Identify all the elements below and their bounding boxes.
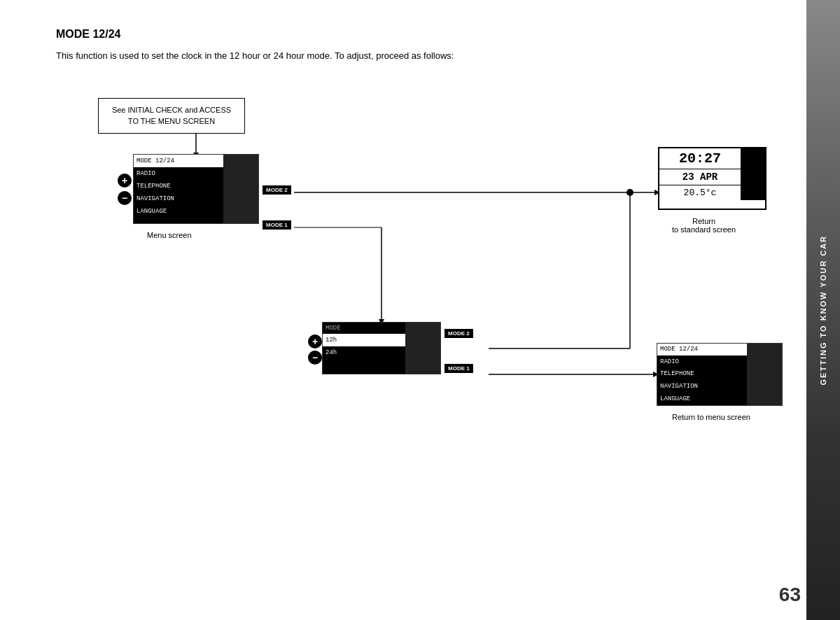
clock-date: 23 APR: [659, 169, 741, 185]
clock-screen: 20:27 23 APR 20.5°c: [658, 147, 766, 210]
menu-row-1: RADIO: [134, 167, 223, 180]
menu-row-4: LANGUAGE: [134, 205, 223, 218]
sidebar-text: GETTING TO KNOW YOUR CAR: [819, 235, 827, 385]
menu-return-row-2: TELEPHONE: [657, 368, 747, 381]
clock-time-block: [741, 148, 765, 169]
svg-point-3: [626, 189, 634, 196]
page-description: This function is used to set the clock i…: [56, 49, 771, 63]
menu-screen-right: [223, 155, 258, 223]
clock-date-row: 23 APR: [659, 169, 765, 185]
mode1-button-top[interactable]: MODE 1: [262, 220, 291, 230]
mode-select-left: MODE 12h 24h: [323, 323, 405, 374]
return-menu-label: Return to menu screen: [672, 413, 750, 421]
clock-time-row: 20:27: [659, 148, 765, 169]
diagram: See INITIAL CHECK and ACCESS TO THE MENU…: [56, 84, 791, 406]
menu-screen-label: Menu screen: [147, 231, 192, 239]
return-standard-label: Returnto standard screen: [672, 217, 736, 234]
clock-temp-row: 20.5°c: [659, 185, 765, 200]
mode1-button-mid[interactable]: MODE 1: [444, 364, 473, 373]
mode-select-header: MODE: [323, 323, 405, 334]
callout-text: See INITIAL CHECK and ACCESS TO THE MENU…: [112, 106, 231, 126]
menu-return-screen: MODE 12/24 RADIO TELEPHONE NAVIGATION LA…: [657, 343, 783, 406]
menu-return-row-0: MODE 12/24: [657, 344, 747, 356]
menu-row-3: NAVIGATION: [134, 192, 223, 205]
mode-select-12h: 12h: [323, 334, 405, 346]
clock-time: 20:27: [659, 148, 741, 169]
mode2-button-mid[interactable]: MODE 2: [444, 329, 473, 338]
plus-button[interactable]: +: [118, 174, 132, 188]
minus-button-2[interactable]: −: [308, 351, 322, 365]
mode-select-screen: MODE 12h 24h: [322, 322, 441, 374]
menu-row-0: MODE 12/24: [134, 155, 223, 167]
content: MODE 12/24 This function is used to set …: [0, 0, 806, 620]
clock-temp-block: [741, 185, 765, 200]
clock-temp: 20.5°c: [659, 185, 741, 200]
mode-select-right: [405, 323, 440, 374]
callout-box: See INITIAL CHECK and ACCESS TO THE MENU…: [98, 98, 245, 134]
menu-return-row-4: LANGUAGE: [657, 393, 747, 405]
mode-select-24h: 24h: [323, 346, 405, 359]
sidebar: GETTING TO KNOW YOUR CAR: [806, 0, 840, 620]
menu-row-2: TELEPHONE: [134, 180, 223, 192]
plus-button-2[interactable]: +: [308, 334, 322, 348]
menu-return-left: MODE 12/24 RADIO TELEPHONE NAVIGATION LA…: [657, 344, 747, 405]
page-title: MODE 12/24: [56, 28, 771, 41]
mode2-button-top[interactable]: MODE 2: [262, 185, 291, 195]
clock-date-block: [741, 169, 765, 185]
menu-return-row-3: NAVIGATION: [657, 380, 747, 393]
mode-select-spacer: [323, 359, 405, 367]
menu-return-right: [747, 344, 782, 405]
minus-button[interactable]: −: [118, 191, 132, 205]
menu-return-row-1: RADIO: [657, 355, 747, 368]
menu-screen: MODE 12/24 RADIO TELEPHONE NAVIGATION LA…: [133, 154, 259, 224]
menu-screen-left: MODE 12/24 RADIO TELEPHONE NAVIGATION LA…: [134, 155, 223, 223]
